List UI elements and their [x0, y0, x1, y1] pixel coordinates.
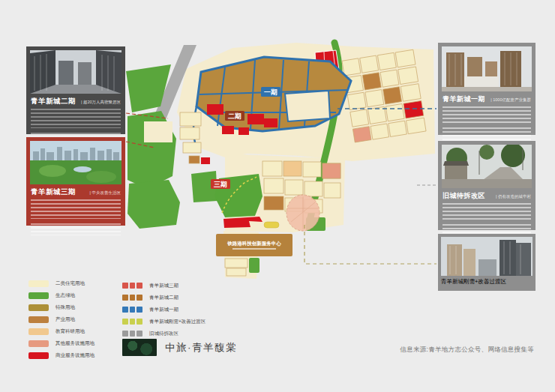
legend-swatch [28, 352, 49, 359]
card-phase3-title: 青羊新城三期 [31, 187, 76, 197]
card-phase2-title: 青羊新城二期 [31, 97, 76, 106]
card-phase1-tag: | 1000亿配套产业集群 [490, 97, 531, 103]
map-yellow-pill [264, 222, 279, 228]
phase3-photo [30, 141, 122, 184]
map-highlight-circle [286, 195, 320, 231]
legend-item: 商业服务设施用地 [28, 352, 94, 359]
legend-item: 其他服务设施用地 [28, 340, 94, 347]
legend-item: 教育科研用地 [28, 328, 94, 335]
legend-label: 青羊新城三期 [149, 283, 178, 289]
phase1-photo [442, 46, 532, 91]
map-green-inset [144, 121, 172, 142]
legend-swatch [28, 280, 49, 287]
map-label-phase3: 三期 [211, 179, 230, 189]
card-phase2: 青羊新城二期 | 超20万人高密聚居区 [26, 46, 125, 134]
map-banner-text: 铁路港科技创新服务中心 [226, 241, 281, 247]
legend-label: 青羊新城二期 [149, 295, 178, 301]
legend-swatch-dashed [122, 331, 142, 337]
legend-item: 青羊新城一期 [122, 307, 206, 313]
legend-label: 生态绿地 [56, 292, 75, 299]
legend-swatch-dashed [122, 295, 142, 301]
svg-text:三期: 三期 [214, 181, 227, 188]
legend-swatch [28, 340, 49, 347]
legend-label: 教育科研用地 [56, 328, 85, 335]
legend-swatch [28, 328, 49, 335]
legend-item: 青羊新城三期 [122, 283, 206, 289]
legend-swatch [28, 304, 49, 311]
legend-label: 旧城待拆改区 [149, 331, 178, 337]
card-phase1-title: 青羊新城一期 [442, 94, 485, 104]
map-banner-parcel: 铁路港科技创新服务中心 [216, 234, 292, 256]
legend-label: 青羊新城刚需+改善过渡区 [149, 319, 206, 325]
card-oldtown: 旧城待拆改区 | 仍有改造的城中村 [438, 141, 536, 230]
card-phase1: 青羊新城一期 | 1000亿配套产业集群 [438, 43, 536, 135]
legend-item: 特殊用地 [28, 304, 94, 311]
card-phase3-tag: | 中央改善生活区 [90, 190, 121, 196]
legend-landuse: 二类住宅用地 生态绿地 特殊用地 产业用地 教育科研用地 其他服务设施用地 商业… [28, 280, 94, 364]
card-transition-title: 青羊新城刚需+改善过渡区 [441, 278, 506, 286]
legend-swatch [28, 316, 49, 323]
card-phase1-bodytext2 [442, 127, 531, 141]
legend-label: 二类住宅用地 [56, 280, 85, 287]
legend-item: 旧城待拆改区 [122, 331, 206, 337]
legend-districts: 青羊新城三期 青羊新城二期 青羊新城一期 青羊新城刚需+改善过渡区 旧城待拆改区 [122, 283, 206, 343]
card-phase3: 青羊新城三期 | 中央改善生活区 [26, 137, 125, 226]
svg-text:二期: 二期 [228, 112, 242, 120]
legend-swatch-dashed [122, 319, 142, 325]
legend-item: 产业用地 [28, 316, 94, 323]
source-note: 信息来源:青羊地方志公众号、网络信息搜集等 [400, 346, 534, 355]
phase2-photo [30, 50, 122, 94]
map-label-phase1: 一期 [261, 87, 280, 97]
legend-label: 青羊新城一期 [149, 307, 178, 313]
card-phase2-bodytext [31, 109, 121, 128]
card-oldtown-title: 旧城待拆改区 [442, 191, 485, 201]
legend-swatch [28, 292, 49, 299]
legend-label: 其他服务设施用地 [56, 340, 94, 347]
card-transition: 青羊新城刚需+改善过渡区 [438, 234, 536, 291]
poster: 铁路港科技创新服务中心 一期 二期 三期 [0, 0, 555, 392]
card-phase2-tag: | 超20万人高密聚居区 [81, 100, 121, 105]
legend-item: 青羊新城刚需+改善过渡区 [122, 319, 206, 325]
map-label-phase2: 二期 [225, 111, 244, 121]
map-parcels-phase3 [180, 112, 201, 163]
brand-name: 中旅·青羊馥棠 [165, 341, 237, 355]
legend-label: 商业服务设施用地 [56, 352, 94, 359]
card-oldtown-tag: | 仍有改造的城中村 [496, 194, 531, 199]
card-phase3-bodytext [31, 199, 121, 219]
legend-item: 青羊新城二期 [122, 295, 206, 301]
legend-label: 特殊用地 [56, 304, 75, 311]
card-oldtown-bodytext2 [442, 224, 531, 235]
card-phase1-bodytext [442, 106, 531, 123]
legend-swatch-dashed [122, 283, 142, 289]
legend-item: 二类住宅用地 [28, 280, 94, 287]
legend-swatch-dashed [122, 307, 142, 313]
transition-photo [441, 237, 532, 276]
card-oldtown-bodytext [442, 203, 531, 220]
svg-text:一期: 一期 [264, 88, 278, 96]
brand-logo-image [122, 339, 157, 356]
oldtown-photo [442, 145, 532, 188]
legend-label: 产业用地 [56, 316, 75, 323]
legend-item: 生态绿地 [28, 292, 94, 299]
card-phase3-bodytext2 [31, 223, 121, 235]
brand-logo: 中旅·青羊馥棠 [122, 339, 237, 356]
